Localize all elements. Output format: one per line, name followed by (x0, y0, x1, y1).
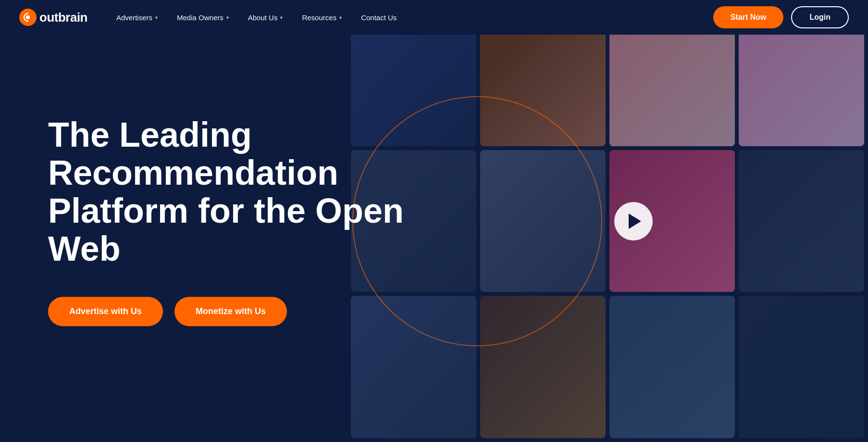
logo-text: outbrain (39, 10, 87, 25)
outbrain-logo-svg (23, 13, 33, 22)
mosaic-cell (739, 296, 864, 438)
nav-contact-us-label: Contact Us (361, 13, 397, 22)
hero-title: The Leading Recommendation Platform for … (48, 116, 413, 268)
nav-about-us-label: About Us (248, 13, 278, 22)
chevron-down-icon: ▾ (280, 15, 283, 20)
logo[interactable]: outbrain (19, 9, 87, 26)
nav-item-about-us[interactable]: About Us ▾ (238, 10, 293, 25)
nav-item-advertisers[interactable]: Advertisers ▾ (107, 10, 167, 25)
navbar: outbrain Advertisers ▾ Media Owners ▾ Ab… (0, 0, 868, 35)
nav-item-contact-us[interactable]: Contact Us (351, 10, 406, 25)
mosaic-cell (739, 150, 864, 292)
chevron-down-icon: ▾ (155, 15, 158, 20)
monetize-with-us-button[interactable]: Monetize with Us (174, 297, 287, 326)
mosaic-cell (609, 296, 735, 438)
login-button[interactable]: Login (791, 6, 849, 28)
nav-links: Advertisers ▾ Media Owners ▾ About Us ▾ … (107, 10, 713, 25)
hero-content: The Leading Recommendation Platform for … (48, 116, 413, 327)
nav-item-media-owners[interactable]: Media Owners ▾ (167, 10, 238, 25)
nav-item-resources[interactable]: Resources ▾ (292, 10, 351, 25)
logo-icon (19, 9, 37, 26)
chevron-down-icon: ▾ (339, 15, 342, 20)
play-button[interactable] (614, 202, 653, 240)
nav-actions: Start Now Login (713, 6, 849, 28)
nav-media-owners-label: Media Owners (177, 13, 223, 22)
nav-advertisers-label: Advertisers (116, 13, 152, 22)
hero-buttons: Advertise with Us Monetize with Us (48, 297, 413, 326)
advertise-with-us-button[interactable]: Advertise with Us (48, 297, 163, 326)
nav-resources-label: Resources (302, 13, 336, 22)
start-now-button[interactable]: Start Now (713, 6, 784, 28)
hero-section: The Leading Recommendation Platform for … (0, 0, 868, 442)
chevron-down-icon: ▾ (226, 15, 229, 20)
svg-point-0 (26, 15, 30, 19)
